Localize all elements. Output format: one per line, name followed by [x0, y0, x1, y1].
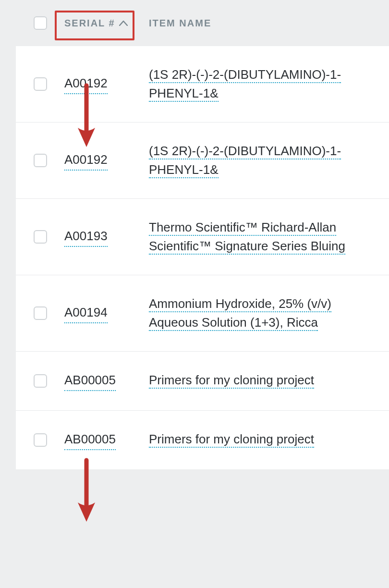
- row-checkbox[interactable]: [34, 230, 47, 244]
- item-name-link[interactable]: Thermo Scientific™ Richard-Allan Scienti…: [149, 220, 345, 255]
- serial-link[interactable]: AB00005: [64, 371, 116, 391]
- serial-link[interactable]: A00192: [64, 150, 108, 171]
- column-header-serial[interactable]: SERIAL #: [64, 18, 128, 29]
- item-name-link[interactable]: Primers for my cloning project: [149, 373, 314, 389]
- item-name-link[interactable]: (1S 2R)-(-)-2-(DIBUTYLAMINO)-1-PHENYL-1&: [149, 144, 341, 178]
- table-row: AB00005 Primers for my cloning project: [16, 410, 389, 469]
- serial-link[interactable]: A00194: [64, 303, 108, 323]
- table-row: A00193 Thermo Scientific™ Richard-Allan …: [16, 198, 389, 275]
- table-body: A00192 (1S 2R)-(-)-2-(DIBUTYLAMINO)-1-PH…: [16, 46, 389, 469]
- select-all-checkbox[interactable]: [34, 16, 47, 30]
- table-row: A00194 Ammonium Hydroxide, 25% (v/v) Aqu…: [16, 275, 389, 351]
- item-name-link[interactable]: Primers for my cloning project: [149, 432, 314, 448]
- row-checkbox[interactable]: [34, 77, 47, 91]
- serial-link[interactable]: AB00005: [64, 430, 116, 450]
- table-row: A00192 (1S 2R)-(-)-2-(DIBUTYLAMINO)-1-PH…: [16, 122, 389, 198]
- row-checkbox[interactable]: [34, 374, 47, 388]
- row-checkbox[interactable]: [34, 154, 47, 167]
- column-header-serial-label: SERIAL #: [64, 18, 115, 29]
- sort-ascending-icon: [119, 20, 128, 26]
- table-row: A00192 (1S 2R)-(-)-2-(DIBUTYLAMINO)-1-PH…: [16, 46, 389, 122]
- serial-link[interactable]: A00192: [64, 74, 108, 94]
- item-name-link[interactable]: Ammonium Hydroxide, 25% (v/v) Aqueous So…: [149, 296, 331, 331]
- row-checkbox[interactable]: [34, 433, 47, 447]
- serial-link[interactable]: A00193: [64, 227, 108, 247]
- table-row: AB00005 Primers for my cloning project: [16, 351, 389, 410]
- column-header-name[interactable]: ITEM NAME: [149, 18, 211, 29]
- table-header-row: SERIAL # ITEM NAME: [0, 0, 389, 46]
- item-name-link[interactable]: (1S 2R)-(-)-2-(DIBUTYLAMINO)-1-PHENYL-1&: [149, 67, 341, 102]
- row-checkbox[interactable]: [34, 306, 47, 320]
